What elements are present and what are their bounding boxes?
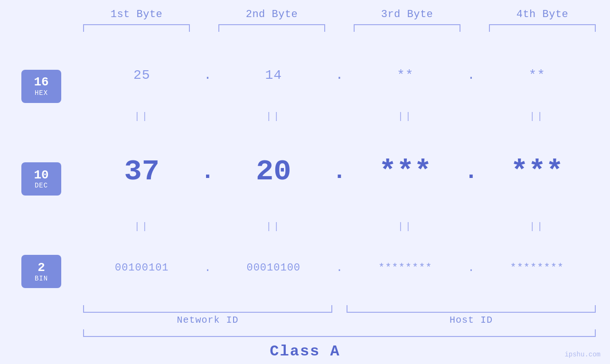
bin-badge: 2 BIN [21,255,61,288]
main-content: 16 HEX 10 DEC 2 BIN 25 . 14 [0,40,610,337]
id-labels: Network ID Host ID [69,313,610,326]
bin-b1: 00100101 [83,262,201,274]
byte2-header: 2nd Byte [204,9,339,20]
hex-b4: ** [479,68,596,83]
bin-b4: ******** [479,262,596,274]
bin-row: 00100101 . 00010100 . ******** . *******… [69,232,610,303]
network-id-label: Network ID [83,315,332,326]
hex-badge: 16 HEX [21,70,61,103]
network-id-bracket [83,305,332,313]
main-container: 1st Byte 2nd Byte 3rd Byte 4th Byte 16 H… [0,0,610,364]
bin-b2: 00010100 [215,262,333,274]
dec-row: 37 . 20 . *** . *** [69,122,610,222]
bases-column: 16 HEX 10 DEC 2 BIN [21,40,69,337]
bin-dot3: . [464,261,479,274]
id-brackets [69,305,610,313]
data-columns: 25 . 14 . ** . ** || || [69,40,610,337]
byte3-header: 3rd Byte [339,9,475,20]
dec-b1: 37 [83,157,201,187]
dec-b2: 20 [215,157,333,187]
hex-dot3: . [464,68,479,83]
hex-row: 25 . 14 . ** . ** [69,40,610,111]
byte4-header: 4th Byte [475,9,610,20]
hex-b3: ** [347,68,464,83]
hex-b2: 14 [215,68,333,83]
bin-dot1: . [201,261,215,274]
sep2: || || || || [69,221,610,232]
host-id-bracket [347,305,596,313]
hex-b1: 25 [83,68,201,83]
hex-dot2: . [332,68,347,83]
byte-headers: 1st Byte 2nd Byte 3rd Byte 4th Byte [0,0,610,20]
class-row: Class A [0,337,610,364]
sep1: || || || || [69,111,610,122]
bin-dot2: . [332,261,347,274]
dec-dot2: . [332,160,347,183]
dec-badge: 10 DEC [21,162,61,196]
footer: ipshu.com [564,351,601,358]
dec-b3: *** [347,157,464,187]
top-brackets [0,24,610,33]
bracket-byte1 [83,24,190,33]
byte1-header: 1st Byte [69,9,204,20]
bracket-byte4 [489,24,596,33]
bracket-byte2 [218,24,325,33]
full-bottom-bracket [83,329,596,337]
bracket-byte3 [354,24,460,33]
dec-dot1: . [201,160,215,183]
host-id-label: Host ID [347,315,596,326]
full-bracket-wrapper [69,326,610,337]
dec-b4: *** [479,157,596,187]
bin-b3: ******** [347,262,464,274]
dec-dot3: . [464,160,479,183]
hex-dot1: . [201,68,215,83]
